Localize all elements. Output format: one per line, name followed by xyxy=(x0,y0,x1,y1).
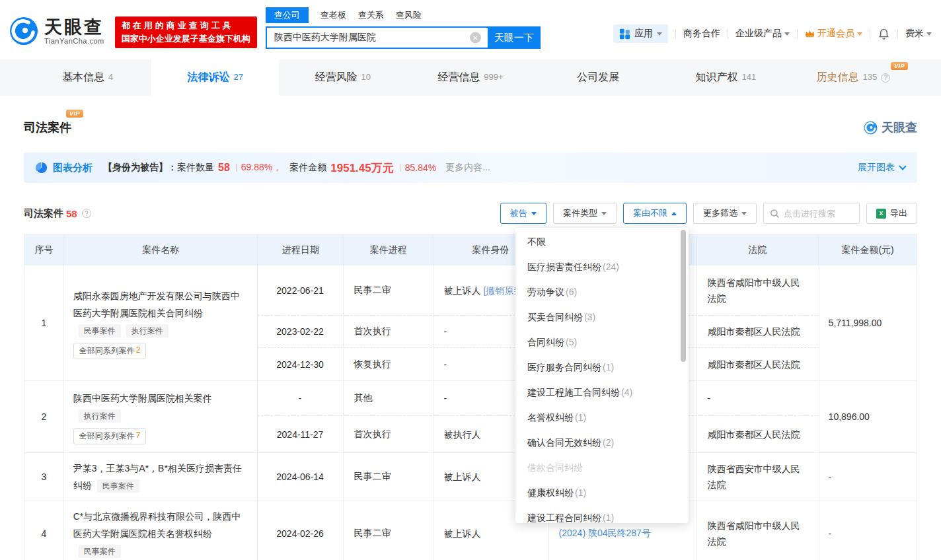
tianyancha-watermark: 天眼查 xyxy=(864,120,917,135)
filter-case-type-label: 案件类型 xyxy=(563,207,597,219)
cause-option-count: (1) xyxy=(575,412,586,423)
series-cases-badge[interactable]: 全部同系列案件7 xyxy=(73,428,147,444)
cause-option[interactable]: 买卖合同纠纷(3) xyxy=(515,304,689,330)
help-icon[interactable]: ? xyxy=(881,73,890,83)
cause-option-label: 买卖合同纠纷 xyxy=(527,312,583,322)
user-name: 费米 xyxy=(905,28,924,40)
cause-option[interactable]: 名誉权纠纷(1) xyxy=(515,405,689,430)
cause-option-label: 劳动争议 xyxy=(527,287,564,297)
dropdown-scrollbar-thumb[interactable] xyxy=(681,230,686,362)
search-tab[interactable]: 查风险 xyxy=(396,7,422,23)
pie-chart-icon xyxy=(36,162,48,174)
chart-analysis-label: 图表分析 xyxy=(53,162,93,174)
column-header-name: 案件名称 xyxy=(64,234,258,265)
filter-case-type[interactable]: 案件类型 xyxy=(553,203,617,224)
case-seq: 2 xyxy=(24,381,64,452)
tab-经营风险[interactable]: 经营风险10 xyxy=(279,59,406,96)
filter-more-label: 更多筛选 xyxy=(703,207,737,219)
tianyancha-logo-icon xyxy=(9,17,38,46)
process-date: 2024-12-30 xyxy=(258,348,344,380)
search-tab[interactable]: 查老板 xyxy=(320,7,346,23)
table-row: 2陕西中医药大学附属医院相关案件执行案件全部同系列案件7-其他--2024-11… xyxy=(24,381,917,453)
filter-cause[interactable]: 案由不限 xyxy=(623,203,687,224)
tianyancha-logo-icon xyxy=(864,121,878,135)
promo-line1: 都在用的商业查询工具 xyxy=(122,19,250,32)
apps-menu[interactable]: 应用 xyxy=(613,24,668,43)
vip-badge: VIP xyxy=(891,62,908,70)
tab-公司发展[interactable]: 公司发展 xyxy=(535,59,662,96)
notification-bell[interactable] xyxy=(878,28,890,40)
filter-more[interactable]: 更多筛选 xyxy=(693,203,757,224)
tab-label: 经营信息 xyxy=(437,71,480,85)
search-tab[interactable]: 查关系 xyxy=(358,7,384,23)
process-date: 2024-11-27 xyxy=(258,416,344,452)
cause-option[interactable]: 医疗损害责任纠纷(24) xyxy=(515,254,689,279)
cause-option[interactable]: 不限 xyxy=(515,229,689,254)
chevron-down-icon xyxy=(741,212,747,215)
nav-enterprise-products[interactable]: 企业级产品 xyxy=(735,28,790,40)
cause-option[interactable]: 建设工程施工合同纠纷(4) xyxy=(515,380,689,405)
divider xyxy=(728,29,728,39)
app-grid-icon xyxy=(619,28,630,40)
case-name-cell: 陕西中医药大学附属医院相关案件执行案件全部同系列案件7 xyxy=(64,381,258,452)
cause-option: 借款合同纠纷 xyxy=(515,455,689,480)
table-row: 1咸阳永泰园房地产开发有限公司与陕西中医药大学附属医院相关合同纠纷民事案件执行案… xyxy=(24,265,917,381)
case-progress: 民事二审 xyxy=(344,265,433,315)
stat-prefix: 【身份为被告】： xyxy=(103,162,177,174)
identity-value: - xyxy=(444,326,447,337)
table-header-row: 序号案件名称进程日期案件进程案件身份法院案件金额(元) xyxy=(24,234,917,265)
search-button[interactable]: 天眼一下 xyxy=(488,26,541,49)
table-row: 4C*与北京微播视界科技有限公司，陕西中医药大学附属医院相关名誉权纠纷民事案件2… xyxy=(24,501,917,560)
cause-option-count: (24) xyxy=(603,262,619,272)
case-number-link[interactable]: (2024) 陕04民终287号 xyxy=(559,528,651,540)
cause-option[interactable]: 合同纠纷(5) xyxy=(515,330,689,355)
tab-基本信息[interactable]: 基本信息4 xyxy=(24,59,151,96)
nav-vip-upgrade[interactable]: 开通会员 xyxy=(805,28,862,40)
court: 咸阳市秦都区人民法院 xyxy=(697,316,819,347)
search-tab[interactable]: 查公司 xyxy=(266,7,309,23)
watermark-text: 天眼查 xyxy=(882,120,917,135)
nav-business-cooperation[interactable]: 商务合作 xyxy=(683,28,720,40)
process-date: - xyxy=(258,381,344,415)
nav-business-label: 商务合作 xyxy=(683,28,720,40)
cause-option[interactable]: 健康权纠纷(1) xyxy=(515,480,689,505)
table-search[interactable] xyxy=(763,203,860,224)
tianyancha-logo[interactable]: 天眼查 TianYanCha.com xyxy=(9,15,104,48)
column-header-seq: 序号 xyxy=(24,234,64,265)
case-count-label: 案件数量 xyxy=(177,162,214,174)
promo-badge: 都在用的商业查询工具 国家中小企业发展子基金旗下机构 xyxy=(115,17,257,48)
tab-count: 141 xyxy=(741,72,756,82)
tab-法律诉讼[interactable]: 法律诉讼27 xyxy=(151,59,279,96)
clear-icon[interactable]: ✕ xyxy=(470,32,481,44)
nav-user[interactable]: 费米 xyxy=(905,28,932,40)
help-icon[interactable]: ? xyxy=(82,209,91,218)
case-amount-label: 案件金额 xyxy=(289,162,326,174)
case-progress: 首次执行 xyxy=(344,316,433,347)
search-input[interactable] xyxy=(266,26,488,49)
search-icon xyxy=(770,209,780,219)
cause-option-label: 医疗损害责任纠纷 xyxy=(527,262,601,272)
process-date: 2024-02-26 xyxy=(258,501,344,560)
expand-chart-label: 展开图表 xyxy=(858,162,895,174)
case-tag: 民事案件 xyxy=(79,324,121,337)
tab-bar: 基本信息4法律诉讼27经营风险10经营信息999+公司发展知识产权141VIP历… xyxy=(0,59,941,96)
cause-option[interactable]: 确认合同无效纠纷(2) xyxy=(515,430,689,455)
cause-option[interactable]: 劳动争议(6) xyxy=(515,279,689,304)
tab-知识产权[interactable]: 知识产权141 xyxy=(662,59,790,96)
chevron-down-icon xyxy=(784,32,790,36)
process-date: 2024-06-14 xyxy=(258,453,344,501)
series-cases-badge[interactable]: 全部同系列案件2 xyxy=(73,343,147,359)
identity-text: 被上诉人 xyxy=(444,526,481,541)
table-search-input[interactable] xyxy=(784,209,850,219)
filter-defendant[interactable]: 被告 xyxy=(500,203,546,224)
chevron-down-icon xyxy=(857,32,862,36)
column-header-date: 进程日期 xyxy=(258,234,344,265)
export-button[interactable]: X 导出 xyxy=(866,203,917,224)
cause-option[interactable]: 建设工程合同纠纷(1) xyxy=(515,505,689,523)
case-name-cell: C*与北京微播视界科技有限公司，陕西中医药大学附属医院相关名誉权纠纷民事案件 xyxy=(64,501,258,560)
tab-历史信息[interactable]: VIP历史信息135? xyxy=(790,59,917,96)
tab-经营信息[interactable]: 经营信息999+ xyxy=(406,59,534,96)
cause-option[interactable]: 医疗服务合同纠纷(1) xyxy=(515,355,689,380)
expand-chart-button[interactable]: 展开图表 xyxy=(858,162,905,174)
chevron-up-icon xyxy=(671,212,677,215)
